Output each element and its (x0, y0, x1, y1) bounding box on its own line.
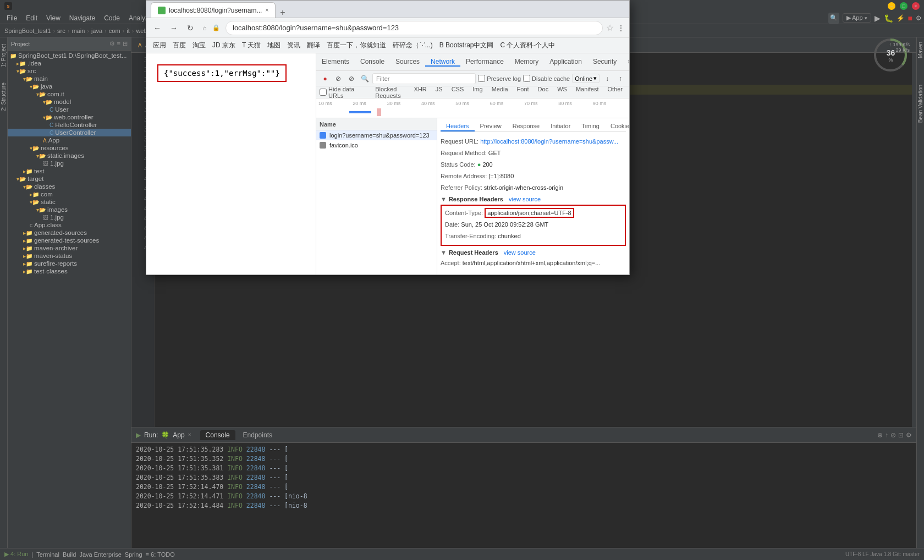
back-button[interactable]: ← (151, 21, 164, 35)
console-tool-icon[interactable]: ⊕ (877, 431, 883, 439)
java-enterprise-btn[interactable]: Java Enterprise (79, 551, 121, 558)
tree-item[interactable]: ▸📁generated-test-sources (8, 237, 131, 244)
sidebar-label-structure[interactable]: 2: Structure (0, 80, 8, 113)
disable-cache-checkbox[interactable]: Disable cache (523, 75, 570, 82)
bookmark-item[interactable]: 翻译 (305, 40, 322, 51)
view-source-link[interactable]: view source (509, 196, 541, 202)
minimize-button[interactable]: − (888, 2, 895, 10)
throttle-selector[interactable]: Online ▾ (572, 74, 600, 83)
menu-item-edit[interactable]: Edit (21, 13, 42, 23)
tree-item[interactable]: ▾📂model (8, 98, 131, 106)
response-headers-title[interactable]: ▼ Response Headers view source (441, 196, 626, 202)
sidebar-label-maven[interactable]: Maven (916, 40, 924, 61)
filter-tag-doc[interactable]: Doc (535, 85, 552, 100)
search-everywhere-button[interactable]: 🔍 (828, 13, 839, 24)
detail-tab-timing[interactable]: Timing (576, 122, 605, 131)
bookmark-item[interactable]: C 个人资料·个人中 (498, 40, 557, 51)
tree-item[interactable]: ▾📂com.it (8, 90, 131, 98)
detail-tab-response[interactable]: Response (507, 122, 546, 131)
debug-button[interactable]: 🐛 (884, 14, 893, 23)
tree-item[interactable]: ▾📂classes (8, 183, 131, 190)
bookmark-item[interactable]: T 天猫 (240, 40, 263, 51)
tab-endpoints[interactable]: Endpoints (238, 430, 278, 440)
bookmark-item[interactable]: JD 京东 (210, 40, 238, 51)
bookmark-item[interactable]: 碎碎念（`·ˊ...) (391, 40, 435, 51)
bookmark-item[interactable]: 百度一下，你就知道 (324, 40, 388, 51)
dt-filter-input[interactable] (372, 73, 476, 84)
refresh-button[interactable]: ↻ (184, 21, 197, 35)
tree-item[interactable]: CHelloController (8, 121, 131, 129)
tree-item[interactable]: ▾📂java (8, 83, 131, 90)
console-filter-icon[interactable]: ⊡ (898, 431, 904, 439)
tree-item[interactable]: ▾📂static (8, 198, 131, 206)
maximize-button[interactable]: □ (900, 2, 908, 10)
devtools-tab-network[interactable]: Network (425, 58, 460, 67)
devtools-tab-security[interactable]: Security (587, 58, 622, 67)
settings-button[interactable]: ⚙ (916, 14, 922, 22)
filter-tag-media[interactable]: Media (488, 85, 512, 100)
preserve-log-checkbox[interactable]: Preserve log (478, 75, 521, 82)
browser-menu-button[interactable]: ⋮ (617, 24, 625, 32)
tree-item[interactable]: ▸📁surefire-reports (8, 260, 131, 267)
sidebar-label-bean-validation[interactable]: Bean Validation (916, 83, 924, 125)
browser-tab[interactable]: localhost:8080/login?usernam... × (151, 2, 276, 18)
todo-btn[interactable]: ≡ 6: TODO (146, 551, 175, 558)
filter-tag-manifest[interactable]: Manifest (573, 85, 602, 100)
tree-item[interactable]: ▾📂main (8, 75, 131, 83)
menu-item-code[interactable]: Code (100, 13, 124, 23)
sidebar-label-project[interactable]: 1: Project (0, 42, 8, 69)
terminal-btn[interactable]: Terminal (36, 551, 59, 558)
bookmark-item[interactable]: 百度 (170, 40, 188, 51)
detail-tab-preview[interactable]: Preview (475, 122, 507, 131)
detail-tab-cookies[interactable]: Cookies (605, 122, 629, 131)
bookmark-item[interactable]: 地图 (265, 40, 283, 51)
filter-tag-blocked requests[interactable]: Blocked Requests (372, 85, 408, 100)
filter-tag-img[interactable]: Img (469, 85, 486, 100)
tree-item[interactable]: ▸📁test (8, 167, 131, 175)
tree-item[interactable]: ▸📁maven-archiver (8, 244, 131, 252)
run-close-icon[interactable]: × (188, 432, 191, 438)
build-btn[interactable]: Build (63, 551, 76, 558)
dt-clear-button[interactable]: ⊘ (333, 73, 344, 84)
dt-record-button[interactable]: ● (320, 73, 331, 84)
detail-tab-headers[interactable]: Headers (441, 122, 475, 131)
tree-item[interactable]: 📁SpringBoot_test1 D:\SpringBoot_test... (8, 52, 131, 59)
tree-item[interactable]: ▸📁com (8, 190, 131, 198)
network-row[interactable]: login?username=shu&password=123 (316, 130, 437, 140)
tree-item[interactable]: AApp (8, 136, 131, 144)
filter-tag-xhr[interactable]: XHR (411, 85, 430, 100)
request-headers-title[interactable]: ▼ Request Headers view source (441, 249, 626, 256)
tree-item[interactable]: 🖼1.jpg (8, 160, 131, 167)
devtools-tab-console[interactable]: Console (355, 58, 390, 67)
tab-console[interactable]: Console (200, 430, 235, 440)
project-settings-icon[interactable]: ⚙ (109, 40, 115, 47)
browser-tab-close[interactable]: × (265, 7, 268, 13)
close-button[interactable]: × (912, 2, 920, 10)
bookmark-item[interactable]: 资讯 (285, 40, 302, 51)
menu-item-file[interactable]: File (2, 13, 21, 23)
detail-tab-initiator[interactable]: Initiator (545, 122, 576, 131)
devtools-tab-sources[interactable]: Sources (390, 58, 425, 67)
project-collapse-icon[interactable]: ≡ (117, 40, 120, 47)
devtools-tab-memory[interactable]: Memory (509, 58, 544, 67)
home-button[interactable]: ⌂ (200, 24, 209, 32)
menu-item-view[interactable]: View (42, 13, 65, 23)
tree-item[interactable]: cApp.class (8, 221, 131, 229)
devtools-tab-elements[interactable]: Elements (316, 58, 355, 67)
run-bar-run-btn[interactable]: ▶ 4: Run (4, 551, 28, 558)
url-input[interactable] (226, 21, 603, 35)
filter-tag-font[interactable]: Font (514, 85, 532, 100)
menu-item-navigate[interactable]: Navigate (65, 13, 100, 23)
dt-search-button[interactable]: 🔍 (359, 73, 370, 84)
view-source-link2[interactable]: view source (504, 249, 536, 256)
console-scroll-icon[interactable]: ↑ (885, 431, 888, 439)
run-button[interactable]: ▶ (875, 14, 881, 23)
forward-button[interactable]: → (167, 21, 180, 35)
dt-import-button[interactable]: ↓ (602, 73, 613, 84)
devtools-tab-»[interactable]: » (622, 58, 629, 67)
dt-export-button[interactable]: ↑ (615, 73, 626, 84)
bookmark-item[interactable]: 应用 (151, 40, 168, 51)
bookmark-item[interactable]: B Bootstrap中文网 (437, 40, 496, 51)
filter-tag-other[interactable]: Other (604, 85, 626, 100)
dt-filter-button[interactable]: ⊘ (346, 73, 357, 84)
